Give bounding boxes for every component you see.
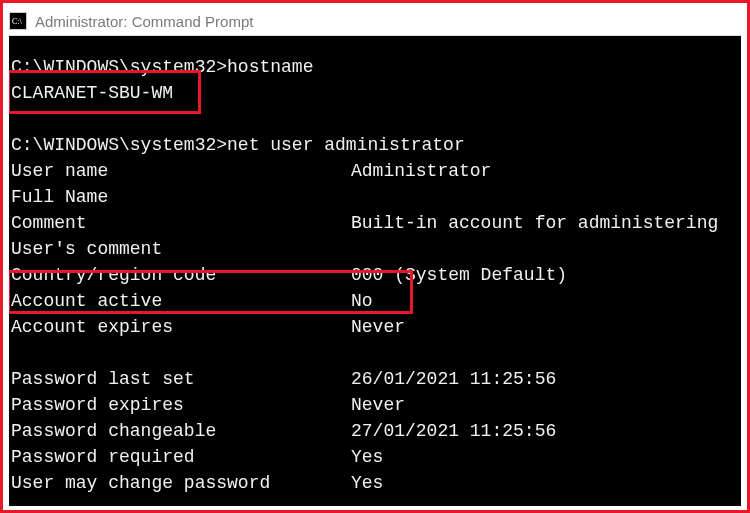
value-full-name [351, 184, 741, 210]
row-users-comment: User's comment [9, 236, 741, 262]
row-account-active: Account active No [9, 288, 741, 314]
value-pw-required: Yes [351, 444, 741, 470]
row-pw-changeable: Password changeable 27/01/2021 11:25:56 [9, 418, 741, 444]
value-pw-expires: Never [351, 392, 741, 418]
svg-text:C:\: C:\ [12, 17, 23, 26]
row-pw-last-set: Password last set 26/01/2021 11:25:56 [9, 366, 741, 392]
value-country: 000 (System Default) [351, 262, 741, 288]
value-account-expires: Never [351, 314, 741, 340]
value-pw-last-set: 26/01/2021 11:25:56 [351, 366, 741, 392]
label-account-active: Account active [11, 288, 351, 314]
label-pw-expires: Password expires [11, 392, 351, 418]
window-title: Administrator: Command Prompt [35, 13, 253, 30]
row-pw-expires: Password expires Never [9, 392, 741, 418]
value-user-name: Administrator [351, 158, 741, 184]
row-user-may-change: User may change password Yes [9, 470, 741, 496]
label-full-name: Full Name [11, 184, 351, 210]
label-users-comment: User's comment [11, 236, 351, 262]
label-user-may-change: User may change password [11, 470, 351, 496]
command-hostname: hostname [227, 57, 313, 77]
row-pw-required: Password required Yes [9, 444, 741, 470]
label-user-name: User name [11, 158, 351, 184]
label-account-expires: Account expires [11, 314, 351, 340]
prompt-path: C:\WINDOWS\system32> [11, 57, 227, 77]
row-country: Country/region code 000 (System Default) [9, 262, 741, 288]
titlebar[interactable]: C:\ Administrator: Command Prompt [9, 7, 741, 35]
prompt-line-1: C:\WINDOWS\system32>hostname [9, 54, 741, 80]
row-full-name: Full Name [9, 184, 741, 210]
prompt-line-2: C:\WINDOWS\system32>net user administrat… [9, 132, 741, 158]
terminal-area[interactable]: C:\WINDOWS\system32>hostname CLARANET-SB… [9, 35, 741, 506]
blank-line [9, 106, 741, 132]
blank-line [9, 340, 741, 366]
value-comment: Built-in account for administering [351, 210, 741, 236]
prompt-path: C:\WINDOWS\system32> [11, 135, 227, 155]
value-pw-changeable: 27/01/2021 11:25:56 [351, 418, 741, 444]
hostname-output: CLARANET-SBU-WM [9, 80, 741, 106]
label-pw-required: Password required [11, 444, 351, 470]
command-netuser: net user administrator [227, 135, 465, 155]
row-comment: Comment Built-in account for administeri… [9, 210, 741, 236]
blank-line [9, 496, 741, 506]
label-comment: Comment [11, 210, 351, 236]
label-country: Country/region code [11, 262, 351, 288]
value-user-may-change: Yes [351, 470, 741, 496]
row-user-name: User name Administrator [9, 158, 741, 184]
value-users-comment [351, 236, 741, 262]
window-frame: C:\ Administrator: Command Prompt C:\WIN… [0, 0, 750, 513]
label-pw-changeable: Password changeable [11, 418, 351, 444]
value-account-active: No [351, 288, 741, 314]
row-account-expires: Account expires Never [9, 314, 741, 340]
label-pw-last-set: Password last set [11, 366, 351, 392]
cmd-prompt-icon: C:\ [9, 12, 27, 30]
